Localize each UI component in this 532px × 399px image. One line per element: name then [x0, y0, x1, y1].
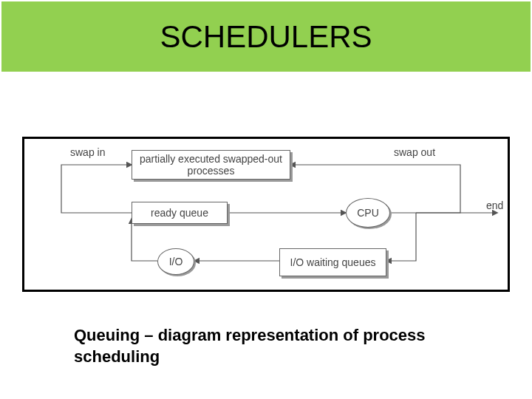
diagram: swap in swap out end partially executed … [24, 139, 508, 290]
box-partially-executed: partially executed swapped-out processes [132, 150, 290, 180]
node-cpu: CPU [346, 198, 390, 228]
label-swap-in: swap in [70, 146, 105, 158]
title-bar: SCHEDULERS [1, 1, 531, 72]
box-io-waiting: I/O waiting queues [279, 248, 386, 276]
page-title: SCHEDULERS [160, 19, 372, 55]
caption: Queuing – diagram representation of proc… [74, 325, 443, 367]
diagram-frame: swap in swap out end partially executed … [22, 137, 510, 292]
label-end: end [486, 200, 503, 211]
box-ready-queue: ready queue [132, 202, 228, 224]
label-swap-out: swap out [394, 146, 435, 158]
node-io: I/O [157, 248, 194, 275]
